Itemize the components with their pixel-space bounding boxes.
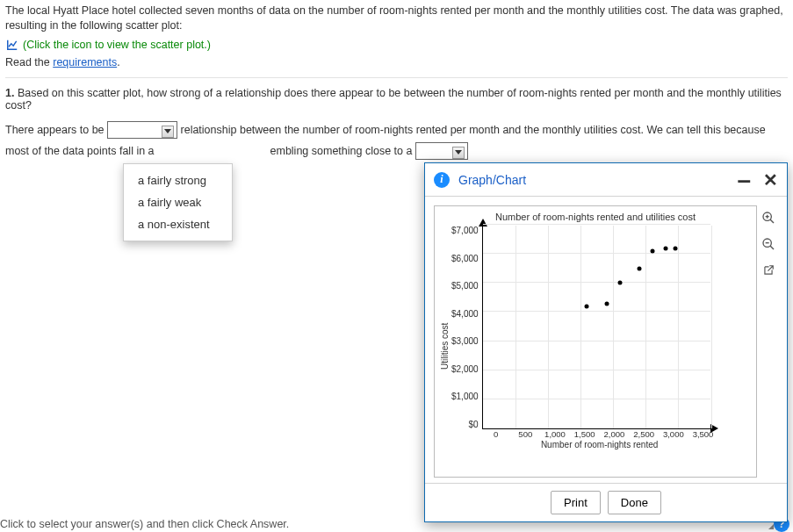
x-axis-label: Number of room-nights rented [482, 440, 717, 449]
y-tick: $2,000 [451, 364, 479, 374]
answer-seg-a: There appears to be [5, 124, 107, 136]
x-axis-ticks: 05001,0001,5002,0002,5003,0003,500 [482, 429, 717, 439]
print-button[interactable]: Print [551, 491, 601, 514]
data-point [617, 281, 622, 285]
x-tick: 3,000 [660, 429, 688, 439]
y-tick: $4,000 [451, 309, 479, 319]
icon-hint-text: (Click the icon to view the scatter plot… [23, 39, 211, 51]
y-axis-label: Utilities cost [440, 226, 450, 449]
pattern-dropdown[interactable] [415, 142, 468, 160]
dropdown-option-fairly-strong[interactable]: a fairly strong [124, 169, 232, 191]
y-tick: $7,000 [451, 226, 479, 235]
answer-sentence: There appears to be relationship between… [5, 120, 788, 162]
data-point [637, 266, 641, 270]
open-external-icon[interactable] [760, 262, 777, 279]
read-suffix: . [117, 56, 119, 68]
svg-line-1 [770, 219, 774, 223]
x-tick: 500 [511, 429, 539, 439]
done-button[interactable]: Done [608, 491, 661, 514]
chart-tool-column [757, 205, 780, 478]
x-tick: 1,500 [571, 429, 599, 439]
popup-footer: Print Done [425, 483, 787, 521]
dropdown-option-non-existent[interactable]: a non-existent [124, 213, 232, 235]
dropdown-option-fairly-weak[interactable]: a fairly weak [124, 191, 232, 213]
x-tick: 2,500 [630, 429, 658, 439]
y-axis-ticks: $7,000$6,000$5,000$4,000$3,000$2,000$1,0… [451, 226, 482, 429]
y-tick: $3,000 [451, 336, 479, 346]
y-axis-arrow-icon [479, 219, 487, 226]
x-tick: 1,000 [541, 429, 569, 439]
zoom-out-icon[interactable] [760, 235, 777, 253]
relationship-dropdown-menu: a fairly strong a fairly weak a non-exis… [123, 163, 233, 241]
read-requirements-row: Read the requirements. [5, 56, 788, 68]
popup-title: Graph/Chart [458, 173, 526, 187]
data-point [604, 301, 609, 306]
popup-header: i Graph/Chart – ✕ [425, 163, 787, 197]
minimize-button[interactable]: – [737, 176, 751, 183]
y-tick: $1,000 [451, 392, 479, 401]
answer-seg-c: embling something close to a [270, 145, 415, 157]
intro-text: The local Hyatt Place hotel collected se… [5, 4, 788, 33]
bottom-instruction: Click to select your answer(s) and then … [0, 518, 289, 530]
scatter-plot-area [482, 226, 710, 429]
zoom-in-icon[interactable] [760, 209, 777, 226]
read-prefix: Read the [5, 56, 53, 68]
y-tick: $0 [451, 420, 479, 429]
x-tick: 2,000 [600, 429, 628, 439]
data-point [585, 304, 589, 308]
x-tick: 0 [482, 429, 510, 439]
chart-popup: i Graph/Chart – ✕ Number of room-nights … [424, 162, 788, 522]
question-number: 1. [5, 87, 14, 99]
svg-line-5 [770, 246, 774, 249]
data-point [673, 246, 677, 250]
question-body: Based on this scatter plot, how strong o… [5, 87, 782, 111]
chart-frame: Number of room-nights rented and utiliti… [434, 205, 757, 478]
divider [5, 77, 788, 78]
requirements-link[interactable]: requirements [53, 56, 117, 68]
y-tick: $5,000 [451, 281, 479, 291]
info-icon: i [434, 172, 450, 188]
question-1-text: 1. Based on this scatter plot, how stron… [5, 87, 788, 111]
y-tick: $6,000 [451, 254, 479, 263]
relationship-strength-dropdown[interactable] [107, 121, 177, 139]
data-point [663, 246, 667, 250]
scatter-plot-icon[interactable] [5, 39, 19, 51]
close-button[interactable]: ✕ [763, 169, 778, 191]
data-point [650, 248, 654, 253]
